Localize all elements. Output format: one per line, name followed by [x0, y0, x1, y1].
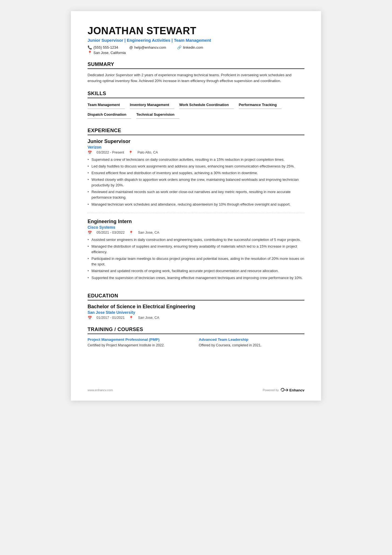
linkedin-contact: 🔗 linkedin.com — [177, 45, 203, 50]
bullet-item: Worked closely with dispatch to apportio… — [88, 177, 304, 188]
experience-entry: Junior SupervisorVerizon📅03/2022 - Prese… — [88, 139, 304, 213]
education-heading: EDUCATION — [88, 293, 304, 300]
phone-value: (555) 555-1234 — [93, 45, 118, 50]
footer: www.enhancv.com Powered by Enhancv — [88, 388, 304, 392]
skills-section: SKILLS Team ManagementInventory Manageme… — [88, 91, 304, 121]
linkedin-value: linkedin.com — [183, 45, 203, 50]
job-location-icon: 📍 — [129, 231, 133, 235]
education-container: Bachelor of Science in Electrical Engine… — [88, 304, 304, 320]
linkedin-icon: 🔗 — [177, 45, 182, 50]
experience-container: Junior SupervisorVerizon📅03/2022 - Prese… — [88, 139, 304, 286]
bullet-item: Supported the supervision of technician … — [88, 275, 304, 281]
summary-heading: SUMMARY — [88, 61, 304, 69]
edu-meta: 📅 01/2017 - 01/2021 📍 San Jose, CA — [88, 316, 304, 320]
candidate-name: JONATHAN STEWART — [88, 25, 304, 37]
education-section: EDUCATION Bachelor of Science in Electri… — [88, 293, 304, 320]
job-dates-icon: 📅 — [88, 231, 92, 235]
edu-location-icon: 📍 — [129, 316, 133, 320]
training-container: Project Management Professional (PMP) Ce… — [88, 337, 304, 348]
skills-heading: SKILLS — [88, 91, 304, 98]
experience-heading: EXPERIENCE — [88, 128, 304, 135]
company-name: Cisco Systems — [88, 225, 304, 230]
summary-section: SUMMARY Dedicated Junior Supervisor with… — [88, 61, 304, 84]
footer-brand: Powered by Enhancv — [263, 388, 304, 392]
bullet-item: Assisted senior engineers in daily const… — [88, 237, 304, 243]
job-title: Engineering Intern — [88, 219, 304, 225]
job-dates: 05/2021 - 03/2022 — [96, 231, 125, 235]
job-dates-icon: 📅 — [88, 151, 92, 155]
email-contact: @ help@enhancv.com — [129, 45, 166, 50]
summary-text: Dedicated Junior Supervisor with 2 years… — [88, 72, 304, 84]
job-bullets: Supervised a crew of technicians on dail… — [88, 157, 304, 207]
job-dates: 03/2022 - Present — [96, 151, 124, 154]
address-row: 📍 San Jose, California — [88, 51, 304, 55]
skill-item: Team Management — [88, 102, 125, 109]
job-location: San Jose, CA — [138, 231, 159, 235]
bullet-item: Maintained and updated records of ongoin… — [88, 268, 304, 274]
email-icon: @ — [129, 45, 133, 50]
bullet-item: Supervised a crew of technicians on dail… — [88, 157, 304, 162]
bullet-item: Managed the distribution of supplies and… — [88, 244, 304, 255]
training-name: Project Management Professional (PMP) — [88, 337, 193, 342]
job-meta: 📅05/2021 - 03/2022📍San Jose, CA — [88, 231, 304, 235]
job-location: Palo Alto, CA — [137, 151, 158, 154]
phone-contact: 📞 (555) 555-1234 — [88, 45, 118, 50]
email-value: help@enhancv.com — [134, 45, 166, 50]
job-bullets: Assisted senior engineers in daily const… — [88, 237, 304, 281]
footer-website: www.enhancv.com — [88, 388, 113, 392]
training-desc: Offered by Coursera, completed in 2021. — [199, 343, 304, 348]
job-title: Junior Supervisor — [88, 139, 304, 144]
resume-page: JONATHAN STEWART Junior Supervisor | Eng… — [71, 11, 321, 401]
edu-degree: Bachelor of Science in Electrical Engine… — [88, 304, 304, 310]
bullet-item: Led daily huddles to discuss work assign… — [88, 164, 304, 169]
experience-entry: Engineering InternCisco Systems📅05/2021 … — [88, 219, 304, 286]
training-name: Advanced Team Leadership — [199, 337, 304, 342]
education-entry: Bachelor of Science in Electrical Engine… — [88, 304, 304, 320]
brand-name: Enhancv — [289, 388, 304, 392]
skills-grid: Team ManagementInventory ManagementWork … — [88, 102, 304, 121]
experience-section: EXPERIENCE Junior SupervisorVerizon📅03/2… — [88, 128, 304, 286]
bullet-item: Participated in regular team meetings to… — [88, 256, 304, 267]
skill-item: Technical Supervision — [136, 111, 179, 119]
job-meta: 📅03/2022 - Present📍Palo Alto, CA — [88, 151, 304, 155]
job-location-icon: 📍 — [128, 151, 133, 155]
edu-school: San Jose State University — [88, 310, 304, 315]
bullet-item: Managed technician work schedules and at… — [88, 202, 304, 207]
skill-item: Inventory Management — [130, 102, 174, 109]
company-name: Verizon — [88, 145, 304, 149]
skill-item: Work Schedule Coordination — [179, 102, 234, 109]
training-section: TRAINING / COURSES Project Management Pr… — [88, 327, 304, 348]
phone-icon: 📞 — [88, 45, 92, 50]
training-heading: TRAINING / COURSES — [88, 327, 304, 334]
contact-row: 📞 (555) 555-1234 @ help@enhancv.com 🔗 li… — [88, 45, 304, 50]
bullet-item: Reviewed and maintained records such as … — [88, 189, 304, 200]
enhancv-logo: Enhancv — [281, 388, 304, 392]
bullet-item: Ensured efficient flow and distribution … — [88, 170, 304, 176]
training-item: Project Management Professional (PMP) Ce… — [88, 337, 193, 348]
training-item: Advanced Team Leadership Offered by Cour… — [199, 337, 304, 348]
location-icon: 📍 — [88, 51, 92, 55]
address-value: San Jose, California — [93, 51, 126, 55]
candidate-title: Junior Supervisor | Engineering Activiti… — [88, 38, 304, 43]
training-desc: Certified by Project Management Institut… — [88, 343, 193, 348]
edu-dates-icon: 📅 — [88, 316, 92, 320]
skill-item: Dispatch Coordination — [88, 111, 131, 119]
skill-item: Performance Tracking — [239, 102, 282, 109]
edu-location: San Jose, CA — [138, 316, 159, 320]
edu-dates: 01/2017 - 01/2021 — [96, 316, 125, 320]
powered-by-label: Powered by — [263, 388, 279, 392]
header: JONATHAN STEWART Junior Supervisor | Eng… — [88, 25, 304, 55]
